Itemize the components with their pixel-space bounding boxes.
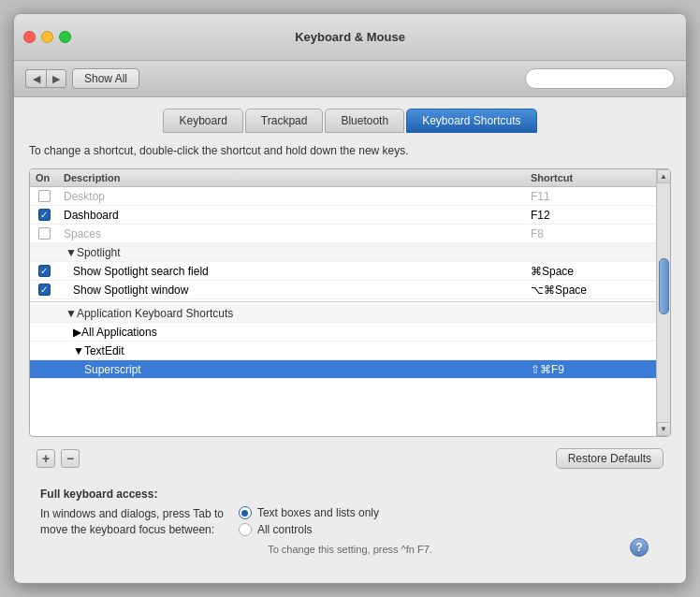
row-shortcut	[525, 331, 656, 333]
table-row-selected[interactable]: Superscript ⇧⌘F9	[30, 360, 656, 379]
show-all-button[interactable]: Show All	[72, 68, 139, 89]
table-header: On Description Shortcut	[30, 169, 656, 187]
keyboard-access-note: To change this setting, press ^fn F7.	[268, 544, 432, 555]
close-button[interactable]	[23, 31, 36, 43]
minimize-button[interactable]	[41, 31, 53, 43]
separator	[30, 301, 656, 302]
bottom-note-row: To change this setting, press ^fn F7. ?	[40, 538, 660, 564]
window: Keyboard & Mouse ◀ ▶ Show All 🔍 Keyboard…	[13, 13, 687, 584]
ka-label-line1: In windows and dialogs, press Tab to	[40, 507, 224, 520]
add-button[interactable]: +	[36, 449, 55, 468]
scroll-thumb[interactable]	[659, 258, 669, 314]
ka-label-line2: move the keyboard focus between:	[40, 523, 214, 536]
radio-button-all-controls[interactable]	[239, 523, 252, 536]
tab-trackpad[interactable]: Trackpad	[245, 109, 324, 133]
tabs: Keyboard Trackpad Bluetooth Keyboard Sho…	[29, 109, 671, 133]
instruction-text: To change a shortcut, double-click the s…	[29, 144, 671, 157]
table-row[interactable]: ▼TextEdit	[30, 342, 656, 360]
check-cell	[30, 227, 58, 240]
row-label: Superscript	[58, 362, 525, 377]
search-input[interactable]	[525, 68, 675, 89]
table-row[interactable]: ▶All Applications	[30, 323, 656, 342]
content: Keyboard Trackpad Bluetooth Keyboard Sho…	[14, 97, 686, 583]
shortcuts-table: On Description Shortcut Desktop F11 ✓	[30, 169, 656, 436]
radio-label-text-boxes: Text boxes and lists only	[257, 506, 379, 519]
keyboard-access: Full keyboard access: In windows and dia…	[29, 480, 671, 572]
row-shortcut: ⌥⌘Space	[525, 283, 656, 298]
row-shortcut: ⇧⌘F9	[525, 362, 656, 377]
radio-dot	[241, 510, 248, 517]
group-label: ▼Application Keyboard Shortcuts	[58, 306, 525, 321]
checkbox[interactable]: ✓	[38, 265, 51, 277]
row-label: Dashboard	[58, 208, 525, 223]
radio-text-boxes[interactable]: Text boxes and lists only	[239, 506, 379, 519]
checkbox[interactable]	[38, 190, 51, 202]
checkbox[interactable]	[38, 227, 51, 240]
table-row[interactable]: ▼Spotlight	[30, 243, 656, 262]
window-title: Keyboard & Mouse	[295, 30, 405, 44]
row-label: Spaces	[58, 226, 525, 241]
row-label: Show Spotlight window	[58, 283, 525, 298]
row-shortcut: F11	[525, 189, 656, 204]
keyboard-access-options: Text boxes and lists only All controls	[239, 506, 379, 536]
check-cell: ✓	[30, 284, 58, 296]
help-button[interactable]: ?	[630, 538, 649, 557]
keyboard-access-row: In windows and dialogs, press Tab to mov…	[40, 506, 660, 538]
tab-keyboard[interactable]: Keyboard	[163, 109, 242, 133]
keyboard-access-label: In windows and dialogs, press Tab to mov…	[40, 506, 224, 538]
traffic-lights	[23, 31, 71, 43]
scroll-down-arrow[interactable]: ▼	[657, 422, 671, 436]
row-shortcut: F8	[525, 226, 656, 241]
group-label: ▼Spotlight	[58, 245, 525, 260]
table-row[interactable]: ▼Application Keyboard Shortcuts	[30, 304, 656, 323]
toolbar: ◀ ▶ Show All 🔍	[14, 61, 686, 97]
row-shortcut	[525, 252, 656, 254]
checkbox[interactable]: ✓	[38, 209, 51, 221]
bottom-bar: + − Restore Defaults	[29, 444, 671, 473]
row-shortcut: F12	[525, 208, 656, 223]
table-row[interactable]: ✓ Show Spotlight window ⌥⌘Space	[30, 281, 656, 299]
search-wrapper: 🔍	[525, 68, 675, 89]
tab-bluetooth[interactable]: Bluetooth	[325, 109, 404, 133]
col-on: On	[30, 172, 58, 183]
table-row[interactable]: ✓ Show Spotlight search field ⌘Space	[30, 262, 656, 281]
nav-group: ◀ ▶	[25, 69, 66, 88]
check-cell	[30, 190, 58, 202]
radio-all-controls[interactable]: All controls	[239, 523, 379, 536]
table-row[interactable]: ✓ Dashboard F12	[30, 206, 656, 225]
checkbox[interactable]: ✓	[38, 284, 51, 296]
forward-button[interactable]: ▶	[46, 69, 66, 88]
col-description: Description	[58, 172, 525, 183]
table-row[interactable]: Spaces F8	[30, 225, 656, 243]
titlebar: Keyboard & Mouse	[14, 14, 686, 61]
row-label: Show Spotlight search field	[58, 264, 525, 279]
scroll-thumb-area[interactable]	[659, 183, 669, 422]
row-label: Desktop	[58, 189, 525, 204]
row-shortcut	[525, 350, 656, 352]
maximize-button[interactable]	[59, 31, 71, 43]
tab-keyboard-shortcuts[interactable]: Keyboard Shortcuts	[406, 109, 536, 133]
row-label: ▼TextEdit	[58, 343, 525, 358]
check-cell: ✓	[30, 265, 58, 277]
table-row[interactable]: Desktop F11	[30, 187, 656, 206]
restore-defaults-button[interactable]: Restore Defaults	[556, 448, 664, 469]
check-cell: ✓	[30, 209, 58, 221]
keyboard-access-title: Full keyboard access:	[40, 488, 660, 501]
row-label: ▶All Applications	[58, 325, 525, 340]
radio-button-text-boxes[interactable]	[239, 506, 252, 519]
row-shortcut: ⌘Space	[525, 264, 656, 279]
remove-button[interactable]: −	[61, 449, 80, 468]
shortcuts-panel: On Description Shortcut Desktop F11 ✓	[29, 168, 671, 437]
scrollbar[interactable]: ▲ ▼	[656, 169, 670, 436]
back-button[interactable]: ◀	[25, 69, 46, 88]
col-shortcut: Shortcut	[525, 172, 656, 183]
row-shortcut	[525, 313, 656, 314]
scroll-up-arrow[interactable]: ▲	[657, 169, 671, 183]
radio-label-all-controls: All controls	[257, 523, 313, 536]
table-body: Desktop F11 ✓ Dashboard F12 Spaces F8	[30, 187, 656, 436]
